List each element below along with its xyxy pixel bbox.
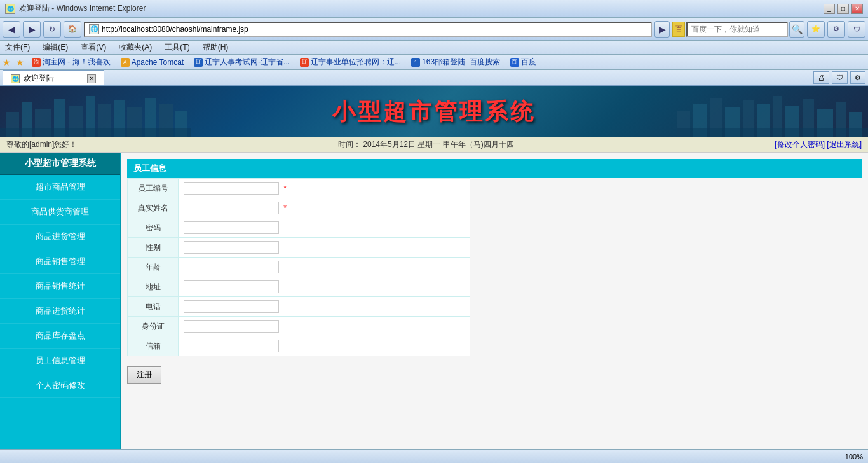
restore-button[interactable]: □: [837, 4, 849, 14]
register-button[interactable]: 注册: [127, 366, 161, 384]
left-skyline-icon: [0, 93, 191, 137]
field-input-real-name-cell: *: [179, 198, 470, 218]
field-label-address: 地址: [128, 277, 179, 297]
safety-tool-button[interactable]: 🛡: [832, 71, 848, 84]
sidebar-item-purchase-stats[interactable]: 商品进货统计: [0, 299, 120, 324]
sidebar-item-password[interactable]: 个人密码修改: [0, 373, 120, 398]
window-title: 欢迎登陆 - Windows Internet Explorer: [19, 3, 146, 14]
baidu-icon: 百: [510, 58, 519, 67]
sidebar-item-employees[interactable]: 员工信息管理: [0, 349, 120, 373]
menu-view[interactable]: 查看(V): [78, 41, 109, 54]
sidebar-item-sales[interactable]: 商品销售管理: [0, 249, 120, 274]
real-name-input[interactable]: [184, 202, 279, 214]
menu-bar: 文件(F) 编辑(E) 查看(V) 收藏夹(A) 工具(T) 帮助(H): [0, 41, 868, 55]
apache-tomcat-label: Apache Tomcat: [132, 58, 184, 67]
field-label-email: 信箱: [128, 336, 179, 356]
tomcat-icon: A: [121, 58, 130, 67]
gender-input[interactable]: [184, 241, 279, 254]
liaoning2-icon: 辽: [300, 58, 309, 67]
password-input[interactable]: [184, 221, 279, 234]
back-button[interactable]: ◀: [3, 21, 20, 38]
employee-id-input[interactable]: [184, 182, 279, 195]
id-card-input[interactable]: [184, 320, 279, 333]
search-button[interactable]: 🔍: [789, 21, 804, 38]
bookmark-baidu[interactable]: 百 百度: [508, 55, 539, 69]
close-button[interactable]: ✕: [851, 4, 863, 14]
field-input-address-cell: [179, 277, 470, 297]
table-row: 身份证: [128, 317, 470, 336]
menu-edit[interactable]: 编辑(E): [40, 41, 71, 54]
menu-file[interactable]: 文件(F): [3, 41, 32, 54]
home-button[interactable]: 🏠: [64, 21, 81, 38]
bookmarks-bar: ★ ★ 淘 淘宝网 - 海！我喜欢 A Apache Tomcat 辽 辽宁人事…: [0, 55, 868, 70]
table-row: 年龄: [128, 258, 470, 277]
field-label-gender: 性别: [128, 238, 179, 258]
table-row: 员工编号 *: [128, 179, 470, 198]
bookmark-163[interactable]: 1 163邮箱登陆_百度搜索: [409, 55, 503, 69]
window-controls: _ □ ✕: [824, 4, 863, 14]
search-area: 百 🔍: [672, 21, 804, 38]
page-tools-button[interactable]: ⚙: [850, 71, 865, 84]
menu-help[interactable]: 帮助(H): [200, 41, 231, 54]
main-content: 员工信息 员工编号 * 真实姓名 * 密码: [121, 153, 868, 463]
status-user: 尊敬的[admin]您好！: [6, 139, 77, 150]
field-input-employee-id-cell: *: [179, 179, 470, 198]
table-row: 真实姓名 *: [128, 198, 470, 218]
tools-button[interactable]: ⚙: [827, 21, 845, 38]
sidebar-item-products[interactable]: 超市商品管理: [0, 175, 120, 200]
svg-rect-25: [677, 128, 868, 137]
forward-button[interactable]: ▶: [23, 21, 41, 38]
app-title: 小型超市管理系统: [332, 97, 536, 128]
favorites-button[interactable]: ⭐: [807, 21, 825, 38]
menu-tools[interactable]: 工具(T): [162, 41, 192, 54]
table-row: 地址: [128, 277, 470, 297]
email-input[interactable]: [184, 340, 279, 352]
search-input[interactable]: [686, 22, 788, 37]
safety-button[interactable]: 🛡: [848, 21, 865, 38]
required-mark-real-name: *: [283, 204, 287, 212]
address-input[interactable]: [184, 280, 279, 293]
tab-close-icon[interactable]: ✕: [87, 74, 96, 83]
field-input-age-cell: [179, 258, 470, 277]
phone-input[interactable]: [184, 300, 279, 313]
menu-favorites[interactable]: 收藏夹(A): [116, 41, 154, 54]
required-mark-employee-id: *: [283, 184, 287, 193]
status-datetime: 时间： 2014年5月12日 星期一 甲午年（马)四月十四: [90, 139, 762, 150]
url-text: http://localhost:8080/chaoshi/mainframe.…: [102, 25, 248, 34]
field-label-password: 密码: [128, 218, 179, 238]
change-password-link[interactable]: [修改个人密码]: [775, 140, 825, 149]
tab-tools: 🖨 🛡 ⚙: [813, 71, 865, 85]
bookmark-liaoning[interactable]: 辽 辽宁人事考试网-辽宁省...: [191, 55, 292, 69]
table-row: 性别: [128, 238, 470, 258]
table-row: 密码: [128, 218, 470, 238]
field-input-phone-cell: [179, 297, 470, 317]
page-icon: 🌐: [5, 4, 15, 14]
sidebar-item-sales-stats[interactable]: 商品销售统计: [0, 274, 120, 299]
bookmark-liaoning2[interactable]: 辽 辽宁事业单位招聘网：辽...: [297, 55, 403, 69]
bookmark-tomcat[interactable]: A Apache Tomcat: [118, 57, 187, 68]
zoom-level: 100%: [845, 453, 863, 460]
browser-statusbar: 100%: [0, 449, 868, 463]
employee-form-table: 员工编号 * 真实姓名 * 密码: [127, 178, 470, 356]
right-skyline-icon: [677, 93, 868, 137]
sidebar-item-inventory[interactable]: 商品库存盘点: [0, 324, 120, 349]
sidebar-item-suppliers[interactable]: 商品供货商管理: [0, 200, 120, 225]
minimize-button[interactable]: _: [824, 4, 835, 14]
field-label-id-card: 身份证: [128, 317, 179, 336]
go-button[interactable]: ▶: [654, 21, 670, 38]
field-label-real-name: 真实姓名: [128, 198, 179, 218]
active-tab[interactable]: 🌐 欢迎登陆 ✕: [3, 70, 104, 85]
age-input[interactable]: [184, 261, 279, 273]
field-input-password-cell: [179, 218, 470, 238]
bookmark-taobao[interactable]: 淘 淘宝网 - 海！我喜欢: [29, 55, 113, 69]
app-statusbar: 尊敬的[admin]您好！ 时间： 2014年5月12日 星期一 甲午年（马)四…: [0, 137, 868, 153]
app-header: 小型超市管理系统: [0, 86, 868, 137]
sidebar-title: 小型超市管理系统: [0, 153, 120, 175]
browser-titlebar: 🌐 欢迎登陆 - Windows Internet Explorer _ □ ✕: [0, 0, 868, 18]
address-bar[interactable]: 🌐 http://localhost:8080/chaoshi/mainfram…: [84, 22, 652, 37]
field-label-phone: 电话: [128, 297, 179, 317]
sidebar-item-purchase[interactable]: 商品进货管理: [0, 225, 120, 249]
logout-link[interactable]: [退出系统]: [827, 140, 862, 149]
print-button[interactable]: 🖨: [813, 71, 829, 84]
refresh-button[interactable]: ↻: [43, 21, 61, 38]
